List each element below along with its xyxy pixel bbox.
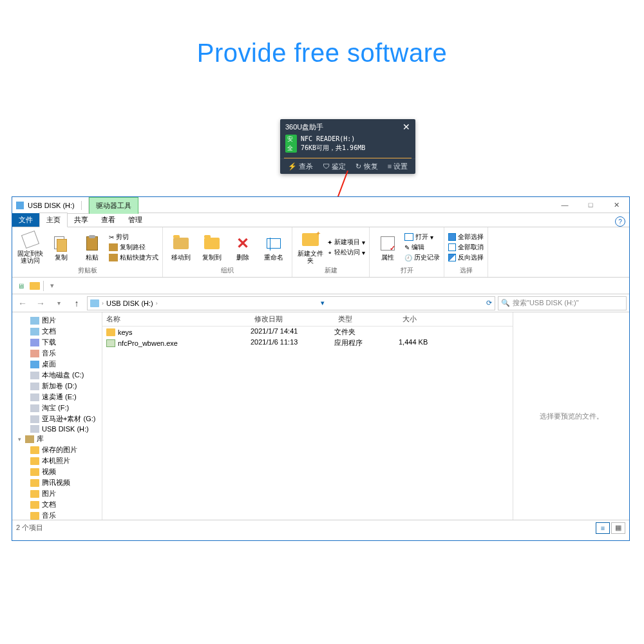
file-size: 1,444 KB [399,338,457,348]
nav-item[interactable]: 视频 [14,466,100,477]
newfolder-button[interactable]: 新建文件夹 [296,231,325,264]
file-type: 文件夹 [334,327,399,337]
column-headers[interactable]: 名称 修改日期 类型 大小 [102,312,513,327]
popup-avail: 76KB可用，共1.96MB [301,144,365,153]
refresh-icon[interactable]: ⟳ [486,299,492,307]
recent-button[interactable]: ▾ [51,296,66,311]
rename-button[interactable]: 重命名 [260,234,288,261]
invert-button[interactable]: 反向选择 [448,253,484,262]
file-size [399,327,457,337]
nav-item[interactable]: ▾库 [14,433,100,444]
chevron-right-icon[interactable]: › [155,300,159,307]
dropdown-icon[interactable]: ▾ [321,299,325,307]
tab-view[interactable]: 查看 [95,213,122,227]
col-name[interactable]: 名称 [102,312,251,326]
ni-drv-icon [30,404,39,412]
nav-item[interactable]: 本地磁盘 (C:) [14,370,100,381]
nav-item[interactable]: 淘宝 (F:) [14,402,100,413]
chevron-right-icon[interactable]: › [100,300,105,307]
close-button[interactable]: ✕ [603,197,629,213]
popup-action-scan[interactable]: ⚡ 查杀 [288,162,313,171]
copyto-button[interactable]: 复制到 [198,234,226,261]
paste-button[interactable]: 粘贴 [78,234,106,261]
selectnone-button[interactable]: 全部取消 [448,243,484,252]
popup-action-recover[interactable]: ↻ 恢复 [355,162,377,171]
nav-item[interactable]: 下载 [14,337,100,348]
breadcrumb[interactable]: › USB DISK (H:) › ▾ ⟳ [87,296,495,310]
nav-item[interactable]: USB DISK (H:) [14,424,100,433]
nav-item-label: 库 [37,434,44,444]
open-with-button[interactable]: 打开 ▾ [404,232,440,242]
view-details-button[interactable]: ≡ [596,522,610,534]
nav-item[interactable]: 亚马逊+素材 (G:) [14,413,100,424]
close-icon[interactable]: ✕ [402,122,410,132]
cut-button[interactable]: ✂ 剪切 [109,232,158,242]
selectall-button[interactable]: 全部选择 [448,232,484,242]
qat-pc-icon[interactable]: 🖥 [15,280,26,292]
drive-crumb-icon [90,299,99,307]
up-button[interactable]: ↑ [69,296,84,311]
tab-file[interactable]: 文件 [12,213,39,227]
edit-button[interactable]: ✎ 编辑 [404,243,440,252]
nav-item[interactable]: 桌面 [14,359,100,370]
popup-title: 360U盘助手 [285,122,323,132]
pin-button[interactable]: 固定到快速访问 [16,231,44,264]
group-org-label: 组织 [167,266,288,276]
nav-item-label: 下载 [42,337,56,347]
nav-item-label: 图片 [42,316,56,325]
col-type[interactable]: 类型 [334,312,399,326]
nav-item-label: 文档 [42,327,56,336]
nav-item[interactable]: 本机照片 [14,455,100,466]
nav-item[interactable]: 保存的图片 [14,444,100,455]
nav-item[interactable]: 图片 [14,488,100,499]
qat-folder-icon[interactable] [29,280,41,292]
nav-item-label: 本地磁盘 (C:) [42,370,84,380]
newitem-button[interactable]: ✦ 新建项目 ▾ [327,238,365,247]
page-headline: Provide free software [0,39,644,68]
back-button[interactable]: ← [15,296,30,311]
tab-manage[interactable]: 管理 [122,213,149,227]
file-name: keys [118,328,133,336]
view-icons-button[interactable]: ▦ [611,522,625,534]
file-row[interactable]: keys2021/1/7 14:41文件夹 [102,327,513,337]
nav-item-label: 文档 [42,500,56,509]
nav-item[interactable]: 音乐 [14,510,100,520]
minimize-button[interactable]: — [552,197,578,213]
window-title: USB DISK (H:) [28,202,75,209]
moveto-button[interactable]: 移动到 [167,234,195,261]
explorer-window: USB DISK (H:) 驱动器工具 — □ ✕ 文件 主页 共享 查看 管理… [12,196,630,541]
delete-button[interactable]: ✕删除 [229,234,257,261]
popup-action-verify[interactable]: 🛡 鉴定 [323,162,346,171]
popup-action-settings[interactable]: ≡ 设置 [388,162,408,171]
nav-item[interactable]: 新加卷 (D:) [14,381,100,392]
nav-item[interactable]: 图片 [14,315,100,326]
nav-item-label: 音乐 [42,348,56,358]
crumb-seg[interactable]: USB DISK (H:) [106,299,153,307]
col-size[interactable]: 大小 [399,312,457,326]
file-row[interactable]: nfcPro_wbwen.exe2021/1/6 11:13应用程序1,444 … [102,337,513,348]
history-button[interactable]: 🕘 历史记录 [404,253,440,262]
nav-pane[interactable]: 图片文档下载音乐桌面本地磁盘 (C:)新加卷 (D:)速卖通 (E:)淘宝 (F… [12,312,102,520]
properties-button[interactable]: 属性 [374,234,402,261]
nav-item[interactable]: 文档 [14,499,100,510]
nav-item[interactable]: 腾讯视频 [14,477,100,488]
maximize-button[interactable]: □ [578,197,603,213]
tab-share[interactable]: 共享 [68,213,95,227]
nav-item[interactable]: 音乐 [14,348,100,359]
copy-button[interactable]: 复制 [47,234,75,261]
ni-fld-icon [30,501,39,509]
copypath-button[interactable]: 复制路径 [109,243,158,252]
help-button[interactable]: ? [615,216,625,227]
nav-item[interactable]: 文档 [14,326,100,337]
easyaccess-button[interactable]: ⚬ 轻松访问 ▾ [327,248,365,257]
ni-dsk-icon [30,361,39,368]
nav-item[interactable]: 速卖通 (E:) [14,392,100,402]
tab-home[interactable]: 主页 [39,213,68,227]
shortcut-button[interactable]: 粘贴快捷方式 [109,253,158,262]
forward-button[interactable]: → [33,296,48,311]
col-date[interactable]: 修改日期 [251,312,334,326]
group-new-label: 新建 [296,266,365,276]
qat-dropdown[interactable]: ▾ [46,280,58,292]
search-input[interactable]: 🔍 搜索"USB DISK (H:)" [498,296,627,310]
safe-badge: 安全 [285,135,297,153]
